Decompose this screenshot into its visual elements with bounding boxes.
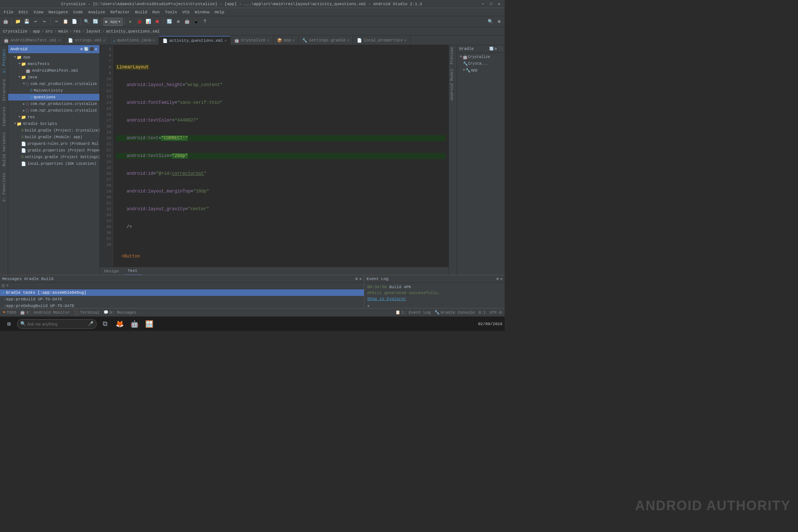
side-build-variants-label[interactable]: Build Variants [1, 130, 7, 168]
tab-local-properties[interactable]: 📄 local.properties ✕ [353, 36, 410, 45]
undo-button[interactable]: ↩ [31, 18, 40, 26]
close-settings-gradle[interactable]: ✕ [347, 38, 349, 42]
status-todo[interactable]: ⚑ TODO [3, 310, 16, 315]
menu-analyze[interactable]: Analyze [86, 9, 107, 15]
msg-item-assembledebug[interactable]: ● Gradle tasks [:app:assembleDebug] [0, 289, 364, 296]
log-entry-3[interactable]: Show in Explorer [367, 296, 502, 302]
menu-code[interactable]: Code [71, 9, 85, 15]
menu-help[interactable]: Help [212, 9, 226, 15]
tree-item-settings-gradle[interactable]: Gsettings.gradle (Project Settings) [8, 154, 99, 160]
stop-button[interactable]: ⏹ [153, 18, 161, 26]
status-android-monitor[interactable]: 🤖 6: Android Monitor [20, 310, 70, 315]
redo-button[interactable]: ↪ [40, 18, 48, 26]
side-project-label[interactable]: 1: Project [1, 47, 7, 75]
menu-window[interactable]: Window [192, 9, 212, 15]
replace-button[interactable]: 🔄 [91, 18, 99, 26]
help-button[interactable]: ? [201, 18, 209, 26]
code-editor[interactable]: 5 6 7 8 9 10 11 12 13 14 15 16 17 18 19 … [100, 45, 449, 267]
breadcrumb-main[interactable]: main [58, 29, 68, 34]
gradle-settings-icon[interactable]: ⚙ [495, 47, 497, 51]
project-close-icon[interactable]: ✕ [95, 47, 97, 51]
menu-tools[interactable]: Tools [163, 9, 179, 15]
menu-file[interactable]: File [1, 9, 16, 15]
status-event-log[interactable]: 📋 1: Event Log [395, 310, 431, 315]
taskbar-search[interactable]: 🔍 🎤 [17, 319, 97, 329]
messages-close-icon[interactable]: ✕ [359, 276, 362, 281]
avd-button[interactable]: 📱 [192, 18, 200, 26]
settings-button[interactable]: ⚙ [174, 18, 183, 26]
breadcrumb-file[interactable]: activity_questions.xml [106, 29, 160, 34]
tree-item-app[interactable]: ▼📁app [8, 54, 99, 61]
msg-list-btn[interactable]: ≡ [6, 284, 8, 288]
menu-build[interactable]: Build [133, 9, 149, 15]
gradle-refresh-icon[interactable]: 🔃 [489, 47, 494, 51]
tab-crystalize[interactable]: 🤖 Crystalize ✕ [231, 36, 273, 45]
copy-button[interactable]: 📋 [61, 18, 69, 26]
windows-start-button[interactable]: ⊞ [2, 317, 16, 331]
project-sync-icon[interactable]: 🔃 [84, 47, 88, 51]
side-favorites-label[interactable]: 2: Favorites [1, 170, 7, 204]
code-lines[interactable]: LinearLayout android:layout_height="wrap… [113, 45, 449, 267]
tree-item-local-properties[interactable]: 📄local.properties (SDK Location) [8, 160, 99, 167]
find-button[interactable]: 🔍 [82, 18, 91, 26]
messages-settings-icon[interactable]: ⚙ [355, 276, 358, 281]
taskbar-android-studio[interactable]: 🤖 [128, 317, 141, 331]
tab-strings[interactable]: 📄 strings.xml ✕ [64, 36, 109, 45]
tree-item-pkg1[interactable]: ▼⬡com.nqr_productions.crystalize [8, 81, 99, 87]
side-android-model-label[interactable]: Android Model [449, 66, 457, 103]
tree-item-gradle-properties[interactable]: 📄gradle.properties (Project Properti... [8, 147, 99, 154]
status-terminal[interactable]: ⬛ Terminal [74, 310, 100, 315]
menu-edit[interactable]: Edit [16, 9, 30, 15]
menu-refactor[interactable]: Refactor [108, 9, 132, 15]
project-settings-icon[interactable]: ⚙ [81, 47, 83, 51]
open-button[interactable]: 📁 [14, 18, 22, 26]
side-preview-label[interactable]: Preview [449, 45, 457, 66]
close-local-properties[interactable]: ✕ [404, 38, 406, 42]
close-button[interactable]: ✕ [497, 1, 502, 7]
debug-button[interactable]: 🐞 [136, 18, 144, 26]
project-collapse-icon[interactable]: ⬛ [89, 47, 94, 51]
tree-item-questions[interactable]: Qquestions [8, 94, 99, 100]
taskbar-search-input[interactable] [27, 322, 86, 326]
menu-vcs[interactable]: VCS [180, 9, 192, 15]
side-structure-label[interactable]: Structure [1, 77, 7, 103]
gradle-collapse-icon[interactable]: ⬛ [498, 47, 502, 51]
tab-app[interactable]: 📦 app ✕ [273, 36, 299, 45]
tree-item-pkg3[interactable]: ▶⬡com.nqr_productions.crystalize [8, 107, 99, 114]
tree-item-manifests[interactable]: ▼📁manifests [8, 61, 99, 67]
tree-item-pkg2[interactable]: ▶⬡com.nqr_productions.crystalize [8, 100, 99, 107]
gradle-app[interactable]: ▼ 🔧 app [457, 67, 505, 74]
breadcrumb-res[interactable]: res [73, 29, 81, 34]
breadcrumb-app[interactable]: app [33, 29, 40, 34]
close-questions[interactable]: ✕ [153, 38, 155, 42]
status-messages[interactable]: 💬 0: Messages [103, 310, 137, 315]
android-sdk-button[interactable]: 🤖 [183, 18, 191, 26]
tree-item-res[interactable]: ▼📁res [8, 114, 99, 120]
tree-item-buildgradle-project[interactable]: Gbuild.gradle (Project: Crystalize) [8, 127, 99, 134]
msg-item-predebugbuild[interactable]: :app:preDebugBuild UP-TO-DATE [0, 303, 364, 308]
event-log-close-icon[interactable]: ✕ [500, 277, 502, 281]
close-activity-questions[interactable]: ✕ [224, 38, 226, 43]
tree-item-java[interactable]: ▼📁java [8, 74, 99, 81]
tab-settings-gradle[interactable]: 🔧 settings.gradle ✕ [299, 36, 353, 45]
tree-item-mainactivity[interactable]: CMainActivity [8, 87, 99, 94]
taskbar-firefox[interactable]: 🦊 [113, 317, 126, 331]
maximize-button[interactable]: □ [488, 1, 494, 7]
close-app[interactable]: ✕ [292, 38, 294, 42]
breadcrumb-crystalize[interactable]: Crystalize [3, 29, 27, 34]
tree-item-proguard[interactable]: 📄proguard-rules.pro (ProGuard Rul... [8, 140, 99, 147]
gradle-crysta[interactable]: 🔧 Crysta... [457, 60, 505, 67]
settings2-button[interactable]: ⚙ [495, 18, 503, 26]
tab-questions[interactable]: ☕ questions.java ✕ [109, 36, 159, 45]
search-everywhere-button[interactable]: 🔍 [486, 18, 494, 26]
breadcrumb-layout[interactable]: layout [86, 29, 101, 34]
close-strings[interactable]: ✕ [103, 38, 105, 42]
breadcrumb-src[interactable]: src [45, 29, 53, 34]
taskbar-task-view[interactable]: ⧉ [98, 317, 112, 331]
cut-button[interactable]: ✂ [52, 18, 61, 26]
tree-item-gradle-scripts[interactable]: ▼📁Gradle Scripts [8, 120, 99, 127]
side-captures-label[interactable]: Captures [1, 105, 7, 129]
tab-text[interactable]: Text [123, 267, 142, 275]
profile-button[interactable]: 📊 [144, 18, 153, 26]
taskbar-windows-store[interactable]: 🪟 [143, 317, 156, 331]
